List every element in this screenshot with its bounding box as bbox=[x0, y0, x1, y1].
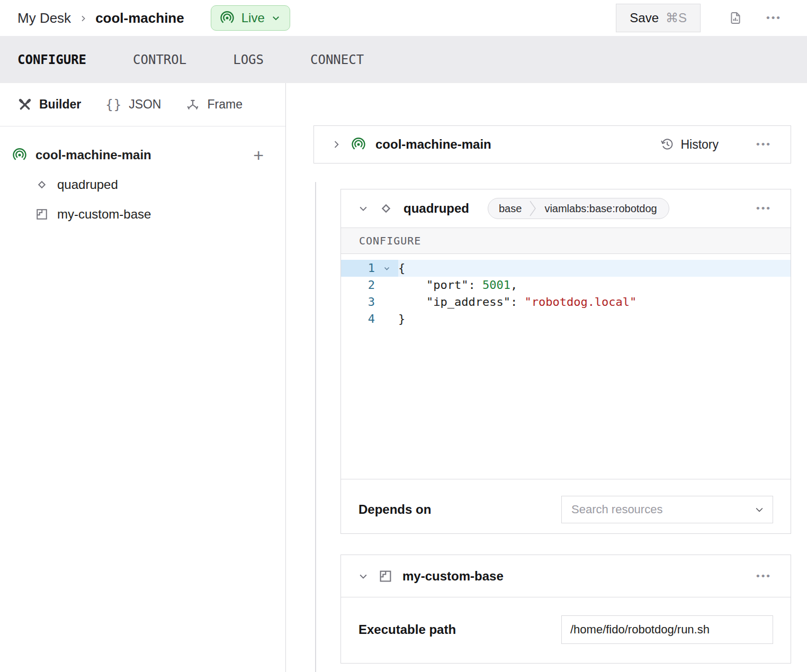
more-menu-button[interactable]: ••• bbox=[763, 12, 785, 24]
tab-configure[interactable]: CONFIGURE bbox=[17, 52, 86, 67]
live-status-dropdown[interactable]: Live bbox=[211, 5, 290, 31]
machine-part-more-button[interactable]: ••• bbox=[753, 138, 775, 151]
braces-icon: {} bbox=[105, 97, 122, 112]
code-line[interactable]: 4} bbox=[341, 311, 791, 328]
mode-builder-label: Builder bbox=[39, 97, 81, 112]
code-editor-lines: 1{2 "port": 5001,3 "ip_address": "robotd… bbox=[341, 260, 791, 328]
history-button[interactable]: History bbox=[657, 137, 722, 152]
component-type-badge: base viamlabs:base:robotdog bbox=[488, 198, 669, 219]
depends-on-placeholder: Search resources bbox=[571, 503, 662, 516]
machine-data-button[interactable] bbox=[728, 11, 743, 25]
chevron-down-icon[interactable] bbox=[358, 571, 369, 582]
machine-part-card: cool-machine-main History ••• bbox=[313, 125, 791, 164]
content-area: Builder {} JSON Frame bbox=[0, 83, 807, 672]
custom-base-body: Executable path bbox=[341, 597, 791, 663]
live-icon bbox=[219, 10, 235, 26]
mode-frame[interactable]: Frame bbox=[185, 97, 242, 112]
history-icon bbox=[660, 138, 674, 151]
executable-path-label: Executable path bbox=[358, 622, 456, 637]
resource-tree: cool-machine-main + quadruped bbox=[0, 126, 285, 229]
save-shortcut-hint: ⌘S bbox=[666, 11, 687, 25]
tree-item-quadruped[interactable]: quadruped bbox=[12, 170, 267, 199]
code-line[interactable]: 3 "ip_address": "robotdog.local" bbox=[341, 294, 791, 311]
breadcrumb: My Desk cool-machine bbox=[17, 10, 184, 26]
save-button[interactable]: Save ⌘S bbox=[616, 4, 701, 32]
process-icon bbox=[34, 207, 49, 222]
component-type-label: base bbox=[488, 203, 530, 215]
line-number: 2 bbox=[341, 277, 375, 294]
live-icon bbox=[351, 137, 366, 152]
axes-icon bbox=[185, 97, 200, 112]
tree-item-machine-part[interactable]: cool-machine-main + bbox=[12, 140, 267, 170]
mode-json[interactable]: {} JSON bbox=[105, 97, 161, 112]
chevron-right-icon[interactable] bbox=[331, 139, 342, 150]
data-file-icon bbox=[728, 11, 743, 25]
line-number: 3 bbox=[341, 294, 375, 311]
custom-base-more-button[interactable]: ••• bbox=[753, 570, 775, 583]
custom-base-card-header: my-custom-base ••• bbox=[341, 555, 791, 597]
depends-on-row: Depends on Search resources bbox=[341, 479, 791, 533]
header-actions: Save ⌘S ••• bbox=[616, 4, 785, 32]
code-line-content: "port": 5001, bbox=[398, 277, 791, 294]
code-line-content: { bbox=[398, 260, 791, 277]
config-main-panel: cool-machine-main History ••• bbox=[286, 83, 807, 672]
chevron-down-icon bbox=[271, 13, 281, 23]
component-model-label: viamlabs:base:robotdog bbox=[536, 203, 668, 215]
code-line[interactable]: 1{ bbox=[341, 260, 791, 277]
machine-tab-bar: CONFIGURE CONTROL LOGS CONNECT bbox=[0, 36, 807, 83]
custom-base-card-title: my-custom-base bbox=[402, 569, 504, 584]
ellipsis-icon: ••• bbox=[756, 570, 772, 582]
mode-builder[interactable]: Builder bbox=[17, 97, 81, 112]
history-button-label: History bbox=[680, 138, 719, 152]
fold-spacer bbox=[375, 294, 398, 311]
depends-on-label: Depends on bbox=[358, 502, 431, 517]
badge-divider-icon bbox=[530, 198, 536, 219]
tab-control[interactable]: CONTROL bbox=[133, 52, 186, 67]
depends-on-select[interactable]: Search resources bbox=[561, 496, 773, 523]
fold-chevron-icon[interactable] bbox=[375, 260, 398, 277]
code-line[interactable]: 2 "port": 5001, bbox=[341, 277, 791, 294]
fold-spacer bbox=[375, 311, 398, 328]
ellipsis-icon: ••• bbox=[766, 12, 782, 23]
tree-item-label: quadruped bbox=[57, 177, 118, 192]
mode-json-label: JSON bbox=[129, 97, 161, 112]
breadcrumb-chevron-icon bbox=[79, 14, 87, 23]
process-icon bbox=[378, 568, 393, 584]
fold-spacer bbox=[375, 277, 398, 294]
quadruped-component-card: quadruped base viamlabs:base:robotdog ••… bbox=[340, 189, 791, 534]
config-sidebar: Builder {} JSON Frame bbox=[0, 83, 286, 672]
code-line-gutter: 2 bbox=[341, 277, 398, 294]
code-line-content: "ip_address": "robotdog.local" bbox=[398, 294, 791, 311]
code-line-gutter: 4 bbox=[341, 311, 398, 328]
ellipsis-icon: ••• bbox=[756, 203, 772, 214]
ellipsis-icon: ••• bbox=[756, 139, 772, 150]
quadruped-more-button[interactable]: ••• bbox=[753, 202, 775, 215]
json-code-editor[interactable]: 1{2 "port": 5001,3 "ip_address": "robotd… bbox=[341, 254, 791, 479]
tab-connect[interactable]: CONNECT bbox=[310, 52, 364, 67]
line-number: 1 bbox=[341, 260, 375, 277]
mode-frame-label: Frame bbox=[207, 97, 242, 112]
breadcrumb-root-link[interactable]: My Desk bbox=[17, 10, 71, 26]
tab-logs[interactable]: LOGS bbox=[233, 52, 264, 67]
add-resource-button[interactable]: + bbox=[250, 146, 267, 165]
tools-icon bbox=[17, 97, 32, 112]
breadcrumb-current: cool-machine bbox=[95, 10, 184, 26]
tree-item-label: my-custom-base bbox=[57, 207, 151, 222]
custom-base-card: my-custom-base ••• Executable path bbox=[340, 555, 791, 664]
code-line-gutter: 3 bbox=[341, 294, 398, 311]
diamond-icon bbox=[34, 177, 49, 192]
tree-item-my-custom-base[interactable]: my-custom-base bbox=[12, 199, 267, 229]
live-status-label: Live bbox=[241, 11, 265, 25]
code-line-gutter: 1 bbox=[341, 260, 398, 277]
machine-part-title: cool-machine-main bbox=[375, 137, 491, 152]
executable-path-input[interactable] bbox=[561, 615, 773, 644]
live-icon bbox=[12, 147, 28, 163]
tree-connector-line bbox=[315, 182, 316, 672]
configure-section-label: CONFIGURE bbox=[341, 228, 791, 254]
tree-item-label: cool-machine-main bbox=[35, 148, 151, 162]
quadruped-card-header: quadruped base viamlabs:base:robotdog ••… bbox=[341, 189, 791, 228]
chevron-down-icon[interactable] bbox=[358, 203, 369, 214]
view-mode-toggle: Builder {} JSON Frame bbox=[0, 83, 285, 126]
code-line-content: } bbox=[398, 311, 791, 328]
line-number: 4 bbox=[341, 311, 375, 328]
